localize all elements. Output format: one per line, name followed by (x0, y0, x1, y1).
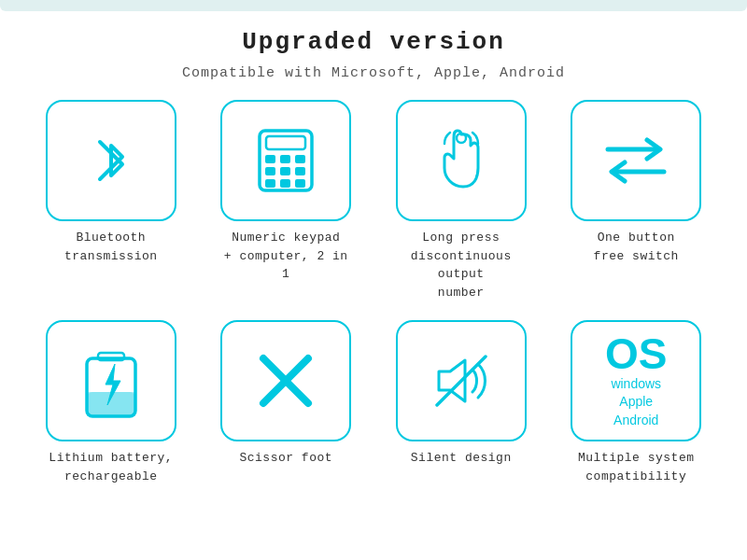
feature-long-press: Long pressdiscontinuous outputnumber (378, 100, 544, 301)
feature-silent: Silent design (378, 320, 544, 485)
feature-numeric-keypad: Numeric keypad+ computer, 2 in 1 (204, 100, 370, 301)
switch-icon (599, 123, 673, 198)
os-compat-icon: OS windowsAppleAndroid (605, 332, 667, 430)
feature-scissor: Scissor foot (204, 320, 370, 485)
silent-icon-box (396, 320, 527, 441)
long-press-caption: Long pressdiscontinuous outputnumber (396, 229, 527, 301)
numeric-keypad-icon (248, 123, 323, 198)
switch-caption: One buttonfree switch (594, 229, 679, 265)
top-strip (0, 0, 747, 11)
os-sub: windowsAppleAndroid (611, 375, 661, 430)
svg-rect-16 (98, 353, 124, 360)
svg-rect-2 (266, 136, 305, 149)
page: Upgraded version Compatible with Microso… (0, 0, 747, 560)
svg-rect-5 (295, 155, 305, 163)
silent-caption: Silent design (411, 449, 512, 468)
svg-rect-11 (295, 179, 305, 188)
feature-battery: Lithium battery,rechargeable (28, 320, 194, 485)
features-grid: Bluetoothtransmission (28, 100, 719, 485)
feature-os-compat: OS windowsAppleAndroid Multiple systemco… (554, 320, 720, 485)
header-section: Upgraded version Compatible with Microso… (28, 28, 719, 81)
svg-rect-7 (280, 167, 290, 175)
scissor-caption: Scissor foot (239, 449, 332, 468)
numeric-keypad-icon-box (220, 100, 351, 221)
page-subtitle: Compatible with Microsoft, Apple, Androi… (28, 65, 719, 81)
os-letters: OS (605, 332, 667, 375)
svg-rect-9 (265, 179, 275, 188)
bluetooth-icon (74, 123, 148, 198)
os-compat-icon-box: OS windowsAppleAndroid (571, 320, 701, 441)
switch-icon-box (571, 100, 701, 221)
page-title: Upgraded version (28, 28, 719, 56)
svg-rect-6 (265, 167, 275, 175)
long-press-icon (424, 123, 499, 198)
battery-icon (74, 343, 148, 418)
svg-rect-4 (280, 155, 290, 163)
os-compat-caption: Multiple systemcompatibility (578, 449, 695, 485)
battery-caption: Lithium battery,rechargeable (49, 449, 173, 485)
bluetooth-caption: Bluetoothtransmission (64, 229, 158, 265)
feature-switch: One buttonfree switch (554, 100, 720, 301)
long-press-icon-box (396, 100, 527, 221)
silent-icon (424, 343, 499, 418)
svg-rect-8 (295, 167, 305, 175)
scissor-icon (248, 343, 323, 418)
bluetooth-icon-box (46, 100, 176, 221)
numeric-keypad-caption: Numeric keypad+ computer, 2 in 1 (220, 229, 351, 284)
svg-rect-10 (280, 179, 290, 188)
battery-icon-box (46, 320, 176, 441)
feature-bluetooth: Bluetoothtransmission (28, 100, 194, 301)
scissor-icon-box (220, 320, 351, 441)
svg-rect-3 (265, 155, 275, 163)
